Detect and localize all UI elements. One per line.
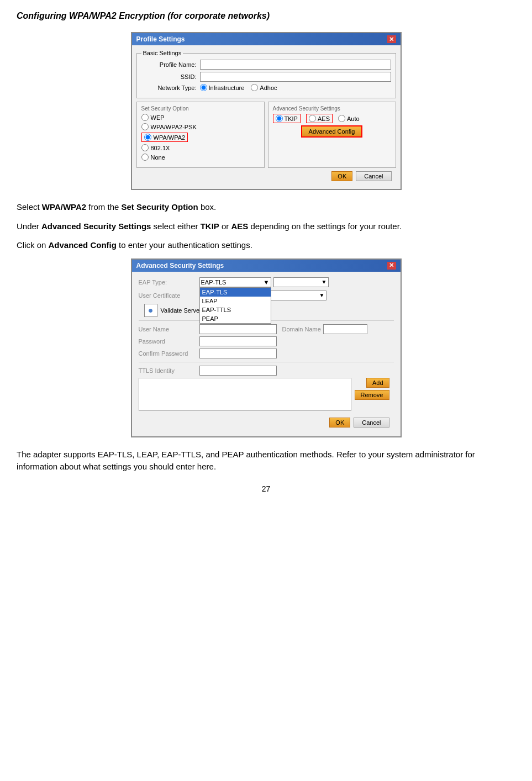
wep-label: WEP <box>151 114 165 121</box>
profile-name-input[interactable] <box>200 60 391 70</box>
eap-ttls-option[interactable]: EAP-TTLS <box>200 305 271 314</box>
profile-name-row: Profile Name: <box>141 60 391 70</box>
peap-option[interactable]: PEAP <box>200 314 271 323</box>
auth-text: to enter your authentication settings. <box>119 240 252 250</box>
adv-cancel-button[interactable]: Cancel <box>354 418 389 428</box>
tkip-bold: TKIP <box>201 221 219 231</box>
ssid-row: SSID: <box>141 72 391 82</box>
profile-dialog-footer: OK Cancel <box>136 168 396 184</box>
domain-name-input[interactable] <box>323 324 367 334</box>
click-word: Click on <box>17 240 49 250</box>
leap-option[interactable]: LEAP <box>200 297 271 305</box>
adv-security-panel: Advanced Security Settings TKIP AES A <box>268 102 396 168</box>
list-buttons: Add Remove <box>355 378 394 400</box>
eap-selected-value: EAP-TLS <box>201 279 227 286</box>
none-radio[interactable] <box>141 154 149 161</box>
adhoc-radio[interactable] <box>251 84 258 91</box>
eap-tls-option[interactable]: EAP-TLS <box>200 288 271 297</box>
username-row: User Name Domain Name <box>139 324 394 334</box>
ttls-row: TTLS Identity <box>139 366 394 376</box>
profile-name-label: Profile Name: <box>141 61 197 68</box>
adhoc-label: Adhoc <box>260 85 277 91</box>
username-input[interactable] <box>199 324 277 334</box>
network-type-row: Network Type: Infrastructure Adhoc <box>141 84 391 91</box>
eap-dropdown-list: EAP-TLS LEAP EAP-TTLS PEAP <box>199 287 271 324</box>
profile-dialog-body: Basic Settings Profile Name: SSID: Netwo… <box>132 45 401 189</box>
wpa-wpa2-radio[interactable] <box>144 134 151 141</box>
profile-settings-dialog: Profile Settings ✕ Basic Settings Profil… <box>131 32 402 190</box>
adv-ok-button[interactable]: OK <box>329 418 350 428</box>
tkip-label: TKIP <box>285 115 298 122</box>
remove-button[interactable]: Remove <box>355 390 389 400</box>
wpa-psk-radio[interactable] <box>141 123 149 130</box>
profile-close-button[interactable]: ✕ <box>387 35 396 43</box>
wep-option[interactable]: WEP <box>141 114 260 121</box>
profile-dialog-title: Profile Settings <box>136 35 185 43</box>
ssid-input[interactable] <box>200 72 391 82</box>
adv-close-button[interactable]: ✕ <box>387 262 396 270</box>
aes-bold: AES <box>231 221 249 231</box>
user-cert-label: User Certificate <box>139 292 199 299</box>
confirm-pwd-input[interactable] <box>199 349 277 358</box>
tkip-container: TKIP <box>273 114 301 123</box>
profile-ok-button[interactable]: OK <box>331 171 352 181</box>
profile-cancel-button[interactable]: Cancel <box>356 171 391 181</box>
network-type-radio-group: Infrastructure Adhoc <box>200 84 277 91</box>
confirm-pwd-row: Confirm Password <box>139 349 394 358</box>
wep-radio[interactable] <box>141 114 149 121</box>
none-label: None <box>151 154 165 161</box>
adhoc-option[interactable]: Adhoc <box>251 84 277 91</box>
ttls-label: TTLS Identity <box>139 367 199 374</box>
aes-container: AES <box>306 114 333 123</box>
under-word: Under <box>17 221 41 231</box>
set-security-legend: Set Security Option <box>141 105 260 112</box>
depends-text: depending on the settings for your route… <box>251 221 402 231</box>
select-text: Select WPA/WPA2 from the Set Security Op… <box>17 201 515 214</box>
security-panels: Set Security Option WEP WPA/WPA2-PSK WPA… <box>136 102 396 168</box>
eap-second-arrow: ▼ <box>322 279 327 285</box>
set-security-option-bold: Set Security Option <box>122 202 198 212</box>
set-security-panel: Set Security Option WEP WPA/WPA2-PSK WPA… <box>136 102 265 168</box>
cert-list[interactable] <box>139 378 351 411</box>
wpa-psk-option[interactable]: WPA/WPA2-PSK <box>141 123 260 130</box>
adv-config-button[interactable]: Advanced Config <box>301 125 363 138</box>
box-text: box. <box>201 202 216 212</box>
adv-security-bold: Advanced Security Settings <box>41 221 151 231</box>
adv-dialog-titlebar: Advanced Security Settings ✕ <box>132 260 401 272</box>
username-label: User Name <box>139 326 199 333</box>
adv-dialog-footer: OK Cancel <box>139 414 394 431</box>
eap-type-select[interactable]: EAP-TLS ▼ <box>199 277 271 287</box>
8021x-radio[interactable] <box>141 144 149 151</box>
add-button[interactable]: Add <box>366 378 389 388</box>
none-option[interactable]: None <box>141 154 260 161</box>
password-row: Password <box>139 336 394 346</box>
divider2 <box>139 362 394 362</box>
eap-type-row: EAP Type: EAP-TLS ▼ EAP-TLS LEAP EAP-TTL… <box>139 277 394 287</box>
eap-second-select[interactable]: ▼ <box>273 277 329 287</box>
adv-dialog-body: EAP Type: EAP-TLS ▼ EAP-TLS LEAP EAP-TTL… <box>132 272 401 436</box>
advanced-security-dialog: Advanced Security Settings ✕ EAP Type: E… <box>131 258 402 437</box>
adv-dialog-title: Advanced Security Settings <box>136 262 224 270</box>
ttls-input[interactable] <box>199 366 277 376</box>
page-number: 27 <box>17 484 515 493</box>
or-text: or <box>222 221 231 231</box>
aes-label: AES <box>318 115 330 122</box>
cert-circle-icon: ● <box>148 305 154 315</box>
aes-radio[interactable] <box>309 115 316 122</box>
under-text: Under Advanced Security Settings select … <box>17 220 515 233</box>
tkip-radio[interactable] <box>276 115 283 122</box>
infrastructure-radio[interactable] <box>200 84 207 91</box>
auto-radio[interactable] <box>338 115 345 122</box>
basic-settings-fieldset: Basic Settings Profile Name: SSID: Netwo… <box>136 50 396 98</box>
list-section: Add Remove <box>139 378 394 411</box>
profile-dialog-container: Profile Settings ✕ Basic Settings Profil… <box>17 32 515 190</box>
8021x-option[interactable]: 802.1X <box>141 144 260 151</box>
page-title: Configuring WPA/WPA2 Encryption (for cor… <box>17 11 515 21</box>
password-input[interactable] <box>199 336 277 346</box>
eap-type-label: EAP Type: <box>139 279 199 286</box>
auto-option[interactable]: Auto <box>338 115 360 122</box>
select-word: Select <box>17 202 42 212</box>
click-text: Click on Advanced Config to enter your a… <box>17 239 515 252</box>
wpa-wpa2-option[interactable]: WPA/WPA2 <box>141 133 188 142</box>
infrastructure-option[interactable]: Infrastructure <box>200 84 245 91</box>
